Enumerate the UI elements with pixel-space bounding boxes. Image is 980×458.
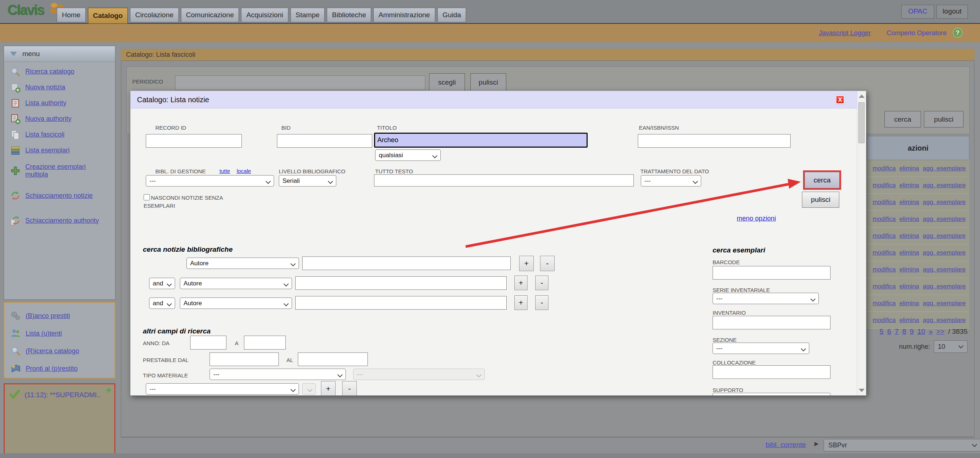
page-link-6[interactable]: 6 bbox=[887, 328, 891, 335]
elimina-link[interactable]: elimina bbox=[899, 215, 919, 223]
page-next[interactable]: » bbox=[929, 328, 933, 335]
page-link-5[interactable]: 5 bbox=[880, 328, 884, 335]
rows-per-page-select[interactable]: 10 bbox=[934, 340, 967, 353]
prestabile-al-input[interactable] bbox=[298, 353, 368, 366]
modifica-link[interactable]: modifica bbox=[873, 249, 896, 256]
supporto-select[interactable] bbox=[713, 393, 830, 396]
biblio-term-input-2[interactable] bbox=[295, 276, 507, 290]
tutto-testo-input[interactable] bbox=[374, 174, 634, 186]
elimina-link[interactable]: elimina bbox=[899, 182, 919, 189]
agg-esemplare-link[interactable]: agg. esemplare bbox=[923, 249, 966, 256]
logout-button[interactable]: logout bbox=[936, 5, 968, 19]
sidebar-item-schiacciamento-authority[interactable]: Schiacciamento authority bbox=[4, 208, 115, 233]
elimina-link[interactable]: elimina bbox=[899, 283, 919, 290]
elimina-link[interactable]: elimina bbox=[899, 232, 919, 239]
remove-criteria-button-1[interactable]: - bbox=[540, 256, 555, 271]
bid-input[interactable] bbox=[277, 134, 372, 148]
elimina-link[interactable]: elimina bbox=[899, 300, 919, 307]
page-last[interactable]: >> bbox=[936, 328, 945, 335]
operator-select-3[interactable]: and bbox=[149, 297, 175, 309]
titolo-input[interactable] bbox=[374, 133, 588, 148]
biblio-field-select-3[interactable]: Autore bbox=[180, 297, 292, 309]
agg-esemplare-link[interactable]: agg. esemplare bbox=[923, 199, 966, 205]
inventario-input[interactable] bbox=[713, 316, 830, 329]
library-select[interactable]: SBPvr bbox=[824, 439, 980, 452]
pulisci-button[interactable]: pulisci bbox=[470, 73, 506, 92]
record-id-input[interactable] bbox=[146, 134, 242, 148]
biblio-field-select-2[interactable]: Autore bbox=[180, 278, 292, 289]
serie-inventariale-select[interactable]: --- bbox=[713, 293, 819, 304]
tab-guida[interactable]: Guida bbox=[438, 8, 466, 22]
biblio-term-input-1[interactable] bbox=[302, 256, 511, 270]
agg-esemplare-link[interactable]: agg. esemplare bbox=[923, 215, 966, 223]
javascript-logger-link[interactable]: Javascript Logger bbox=[819, 29, 871, 37]
scrollbar-thumb[interactable] bbox=[858, 102, 865, 143]
tutte-link[interactable]: tutte bbox=[220, 168, 230, 174]
add-extra-button[interactable]: + bbox=[321, 381, 336, 396]
operator-link[interactable]: Comperio Operatore bbox=[886, 29, 947, 37]
modifica-link[interactable]: modifica bbox=[873, 199, 896, 205]
sidebar-item-nuova-authority[interactable]: Nuova authority bbox=[4, 111, 115, 127]
help-icon[interactable]: ? bbox=[953, 27, 963, 38]
tab-acquisizioni[interactable]: Acquisizioni bbox=[241, 8, 288, 22]
anno-a-input[interactable] bbox=[244, 336, 286, 350]
sidebar-item-nuova-notizia[interactable]: Nuova notizia bbox=[4, 80, 115, 95]
collocazione-input[interactable] bbox=[713, 365, 830, 379]
livello-select[interactable]: Seriali bbox=[279, 175, 336, 186]
tab-catalogo[interactable]: Catalogo bbox=[88, 8, 128, 24]
agg-esemplare-link[interactable]: agg. esemplare bbox=[923, 266, 966, 273]
sidebar-item-lista-esemplari[interactable]: Lista esemplari bbox=[4, 143, 115, 158]
sidebar-item-lista-fascicoli[interactable]: Lista fascicoli bbox=[4, 127, 115, 143]
pulisci-button-background[interactable]: pulisci bbox=[924, 111, 964, 127]
locale-link[interactable]: locale bbox=[237, 168, 251, 174]
tipo-materiale-select[interactable]: --- bbox=[210, 369, 346, 380]
trattamento-select[interactable]: --- bbox=[641, 175, 701, 186]
modifica-link[interactable]: modifica bbox=[873, 266, 896, 273]
sidebar-menu-header[interactable]: menu bbox=[4, 46, 115, 62]
cerca-button[interactable]: cerca bbox=[805, 172, 840, 188]
remove-criteria-button-2[interactable]: - bbox=[535, 275, 549, 290]
remove-criteria-button-3[interactable]: - bbox=[535, 295, 549, 310]
agg-esemplare-link[interactable]: agg. esemplare bbox=[923, 232, 966, 239]
dialog-titlebar[interactable]: Catalogo: Lista notizie bbox=[130, 91, 866, 108]
page-link-7[interactable]: 7 bbox=[895, 328, 899, 335]
elimina-link[interactable]: elimina bbox=[899, 249, 919, 256]
scegli-button[interactable]: scegli bbox=[429, 73, 465, 92]
modifica-link[interactable]: modifica bbox=[873, 215, 896, 223]
tab-home[interactable]: Home bbox=[57, 8, 86, 22]
bibl-corrente-link[interactable]: bibl. corrente bbox=[766, 441, 806, 449]
titolo-match-select[interactable]: qualsiasi bbox=[375, 149, 441, 161]
page-link-10[interactable]: 10 bbox=[917, 328, 925, 335]
agg-esemplare-link[interactable]: agg. esemplare bbox=[923, 165, 966, 172]
sidebar-item-ricerca-catalogo[interactable]: Ricerca catalogo bbox=[4, 64, 115, 80]
close-icon[interactable]: X bbox=[836, 95, 845, 104]
modifica-link[interactable]: modifica bbox=[873, 165, 896, 172]
agg-esemplare-link[interactable]: agg. esemplare bbox=[923, 283, 966, 290]
extra-field-select[interactable]: --- bbox=[146, 383, 299, 394]
bibl-gestione-select[interactable]: --- bbox=[146, 175, 274, 186]
dialog-scrollbar[interactable] bbox=[857, 91, 866, 395]
modifica-link[interactable]: modifica bbox=[873, 182, 896, 189]
pulisci-button-modal[interactable]: pulisci bbox=[802, 192, 839, 208]
agg-esemplare-link[interactable]: agg. esemplare bbox=[923, 300, 966, 307]
tab-stampe[interactable]: Stampe bbox=[291, 8, 325, 22]
anno-da-input[interactable] bbox=[190, 336, 226, 350]
elimina-link[interactable]: elimina bbox=[899, 199, 919, 205]
opac-button[interactable]: OPAC bbox=[901, 5, 934, 19]
elimina-link[interactable]: elimina bbox=[899, 316, 919, 324]
sidebar-item-pronti-al-prestito[interactable]: Pronti al (p)restito bbox=[5, 360, 115, 377]
page-link-8[interactable]: 8 bbox=[902, 328, 906, 335]
ean-input[interactable] bbox=[638, 134, 791, 148]
biblio-term-input-3[interactable] bbox=[295, 296, 507, 310]
modifica-link[interactable]: modifica bbox=[873, 316, 896, 324]
tab-biblioteche[interactable]: Biblioteche bbox=[327, 8, 371, 22]
tab-comunicazione[interactable]: Comunicazione bbox=[181, 8, 239, 22]
biblio-field-select-1[interactable]: Autore bbox=[186, 258, 299, 269]
page-link-9[interactable]: 9 bbox=[910, 328, 914, 335]
sidebar-item-creazione-esemplari[interactable]: Creazione esemplari multipla bbox=[4, 158, 115, 183]
scroll-down-icon[interactable] bbox=[859, 389, 865, 392]
nascondi-checkbox[interactable] bbox=[143, 194, 150, 200]
elimina-link[interactable]: elimina bbox=[899, 165, 919, 172]
modifica-link[interactable]: modifica bbox=[873, 283, 896, 290]
sidebar-item-banco-prestiti[interactable]: (B)anco prestiti bbox=[5, 307, 115, 324]
